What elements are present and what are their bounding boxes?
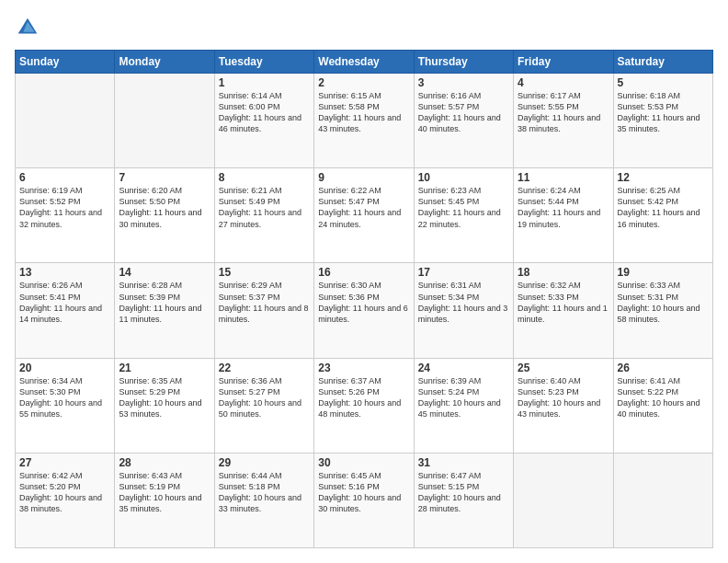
calendar-cell: 26Sunrise: 6:41 AMSunset: 5:22 PMDayligh… [613, 358, 712, 453]
day-number: 25 [518, 362, 609, 374]
day-number: 13 [19, 266, 110, 279]
day-number: 27 [19, 456, 110, 469]
day-number: 21 [119, 362, 210, 374]
day-info: Sunrise: 6:17 AMSunset: 5:55 PMDaylight:… [518, 90, 609, 135]
calendar-cell [514, 453, 613, 547]
day-number: 4 [518, 76, 609, 89]
day-number: 10 [418, 171, 509, 184]
day-info: Sunrise: 6:42 AMSunset: 5:20 PMDaylight:… [19, 470, 110, 515]
day-number: 22 [219, 362, 310, 374]
day-number: 17 [418, 266, 509, 279]
day-info: Sunrise: 6:21 AMSunset: 5:49 PMDaylight:… [219, 185, 310, 230]
day-info: Sunrise: 6:39 AMSunset: 5:24 PMDaylight:… [418, 375, 509, 420]
day-info: Sunrise: 6:22 AMSunset: 5:47 PMDaylight:… [318, 185, 409, 230]
calendar-week-row: 6Sunrise: 6:19 AMSunset: 5:52 PMDaylight… [16, 168, 713, 263]
day-number: 11 [518, 171, 609, 184]
calendar-cell [115, 74, 214, 168]
day-info: Sunrise: 6:20 AMSunset: 5:50 PMDaylight:… [119, 185, 210, 230]
day-number: 7 [119, 171, 210, 184]
calendar-cell: 19Sunrise: 6:33 AMSunset: 5:31 PMDayligh… [613, 263, 712, 358]
calendar-cell: 18Sunrise: 6:32 AMSunset: 5:33 PMDayligh… [514, 263, 613, 358]
calendar-cell: 3Sunrise: 6:16 AMSunset: 5:57 PMDaylight… [414, 74, 513, 168]
day-number: 23 [318, 362, 409, 374]
calendar-cell: 21Sunrise: 6:35 AMSunset: 5:29 PMDayligh… [115, 358, 214, 453]
day-info: Sunrise: 6:41 AMSunset: 5:22 PMDaylight:… [618, 375, 709, 420]
calendar-cell: 30Sunrise: 6:45 AMSunset: 5:16 PMDayligh… [314, 453, 414, 547]
calendar-cell: 23Sunrise: 6:37 AMSunset: 5:26 PMDayligh… [314, 358, 414, 453]
calendar-cell: 10Sunrise: 6:23 AMSunset: 5:45 PMDayligh… [414, 168, 513, 263]
logo-icon [15, 15, 40, 40]
calendar-cell: 31Sunrise: 6:47 AMSunset: 5:15 PMDayligh… [414, 453, 513, 547]
day-of-week-header: Tuesday [214, 51, 313, 74]
day-number: 3 [418, 76, 509, 89]
calendar-cell: 27Sunrise: 6:42 AMSunset: 5:20 PMDayligh… [16, 453, 115, 547]
day-number: 29 [219, 456, 310, 469]
day-info: Sunrise: 6:47 AMSunset: 5:15 PMDaylight:… [418, 470, 509, 515]
day-number: 8 [219, 171, 310, 184]
day-of-week-header: Monday [115, 51, 214, 74]
calendar-cell: 7Sunrise: 6:20 AMSunset: 5:50 PMDaylight… [115, 168, 214, 263]
day-info: Sunrise: 6:23 AMSunset: 5:45 PMDaylight:… [418, 185, 509, 230]
calendar-cell: 12Sunrise: 6:25 AMSunset: 5:42 PMDayligh… [613, 168, 712, 263]
day-info: Sunrise: 6:45 AMSunset: 5:16 PMDaylight:… [318, 470, 409, 515]
day-of-week-header: Friday [514, 51, 613, 74]
day-of-week-header: Thursday [414, 51, 513, 74]
calendar-week-row: 20Sunrise: 6:34 AMSunset: 5:30 PMDayligh… [16, 358, 713, 453]
day-number: 6 [19, 171, 110, 184]
calendar-cell: 28Sunrise: 6:43 AMSunset: 5:19 PMDayligh… [115, 453, 214, 547]
calendar-cell: 22Sunrise: 6:36 AMSunset: 5:27 PMDayligh… [214, 358, 313, 453]
calendar-cell: 15Sunrise: 6:29 AMSunset: 5:37 PMDayligh… [214, 263, 313, 358]
calendar-cell: 29Sunrise: 6:44 AMSunset: 5:18 PMDayligh… [214, 453, 313, 547]
calendar-cell: 14Sunrise: 6:28 AMSunset: 5:39 PMDayligh… [115, 263, 214, 358]
day-of-week-header: Saturday [613, 51, 712, 74]
calendar-cell: 8Sunrise: 6:21 AMSunset: 5:49 PMDaylight… [214, 168, 313, 263]
day-number: 9 [318, 171, 409, 184]
day-info: Sunrise: 6:29 AMSunset: 5:37 PMDaylight:… [219, 280, 310, 325]
calendar: SundayMondayTuesdayWednesdayThursdayFrid… [15, 50, 713, 548]
calendar-header-row: SundayMondayTuesdayWednesdayThursdayFrid… [16, 51, 713, 74]
day-number: 16 [318, 266, 409, 279]
day-number: 18 [518, 266, 609, 279]
day-number: 20 [19, 362, 110, 374]
calendar-cell [16, 74, 115, 168]
day-info: Sunrise: 6:30 AMSunset: 5:36 PMDaylight:… [318, 280, 409, 325]
day-info: Sunrise: 6:19 AMSunset: 5:52 PMDaylight:… [19, 185, 110, 230]
day-info: Sunrise: 6:28 AMSunset: 5:39 PMDaylight:… [119, 280, 210, 325]
calendar-week-row: 1Sunrise: 6:14 AMSunset: 6:00 PMDaylight… [16, 74, 713, 168]
calendar-cell [613, 453, 712, 547]
day-info: Sunrise: 6:35 AMSunset: 5:29 PMDaylight:… [119, 375, 210, 420]
day-info: Sunrise: 6:25 AMSunset: 5:42 PMDaylight:… [618, 185, 709, 230]
calendar-cell: 2Sunrise: 6:15 AMSunset: 5:58 PMDaylight… [314, 74, 414, 168]
calendar-cell: 11Sunrise: 6:24 AMSunset: 5:44 PMDayligh… [514, 168, 613, 263]
day-number: 30 [318, 456, 409, 469]
day-info: Sunrise: 6:15 AMSunset: 5:58 PMDaylight:… [318, 90, 409, 135]
day-of-week-header: Sunday [16, 51, 115, 74]
day-info: Sunrise: 6:26 AMSunset: 5:41 PMDaylight:… [19, 280, 110, 325]
calendar-cell: 4Sunrise: 6:17 AMSunset: 5:55 PMDaylight… [514, 74, 613, 168]
calendar-cell: 24Sunrise: 6:39 AMSunset: 5:24 PMDayligh… [414, 358, 513, 453]
day-number: 28 [119, 456, 210, 469]
day-info: Sunrise: 6:36 AMSunset: 5:27 PMDaylight:… [219, 375, 310, 420]
day-info: Sunrise: 6:32 AMSunset: 5:33 PMDaylight:… [518, 280, 609, 325]
day-info: Sunrise: 6:18 AMSunset: 5:53 PMDaylight:… [618, 90, 709, 135]
day-info: Sunrise: 6:14 AMSunset: 6:00 PMDaylight:… [219, 90, 310, 135]
page: SundayMondayTuesdayWednesdayThursdayFrid… [0, 0, 728, 563]
calendar-cell: 6Sunrise: 6:19 AMSunset: 5:52 PMDaylight… [16, 168, 115, 263]
day-number: 15 [219, 266, 310, 279]
calendar-cell: 5Sunrise: 6:18 AMSunset: 5:53 PMDaylight… [613, 74, 712, 168]
day-number: 24 [418, 362, 509, 374]
day-number: 12 [618, 171, 709, 184]
calendar-week-row: 27Sunrise: 6:42 AMSunset: 5:20 PMDayligh… [16, 453, 713, 547]
day-info: Sunrise: 6:44 AMSunset: 5:18 PMDaylight:… [219, 470, 310, 515]
day-info: Sunrise: 6:37 AMSunset: 5:26 PMDaylight:… [318, 375, 409, 420]
day-of-week-header: Wednesday [314, 51, 414, 74]
day-number: 2 [318, 76, 409, 89]
day-number: 5 [618, 76, 709, 89]
calendar-cell: 20Sunrise: 6:34 AMSunset: 5:30 PMDayligh… [16, 358, 115, 453]
calendar-cell: 16Sunrise: 6:30 AMSunset: 5:36 PMDayligh… [314, 263, 414, 358]
calendar-cell: 1Sunrise: 6:14 AMSunset: 6:00 PMDaylight… [214, 74, 313, 168]
calendar-week-row: 13Sunrise: 6:26 AMSunset: 5:41 PMDayligh… [16, 263, 713, 358]
calendar-cell: 13Sunrise: 6:26 AMSunset: 5:41 PMDayligh… [16, 263, 115, 358]
day-info: Sunrise: 6:24 AMSunset: 5:44 PMDaylight:… [518, 185, 609, 230]
calendar-cell: 25Sunrise: 6:40 AMSunset: 5:23 PMDayligh… [514, 358, 613, 453]
